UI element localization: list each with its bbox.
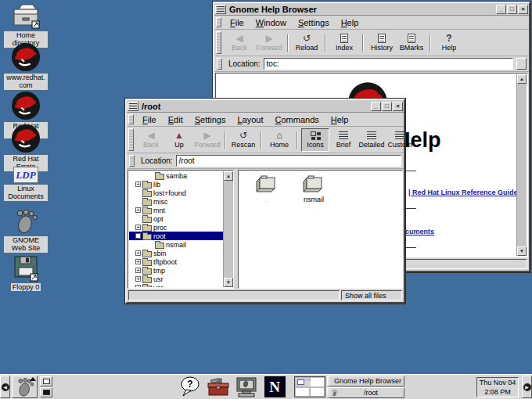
menu-commands[interactable]: Commands [270,114,325,125]
maximize-button[interactable]: □ [382,102,392,111]
mini-terminal-launcher[interactable] [40,387,52,397]
help-vertical-scrollbar[interactable]: ▲ ▼ [516,74,527,256]
netscape-launcher[interactable]: N [263,376,286,398]
custom-view-button[interactable]: Custom [386,128,414,152]
help-button[interactable]: ? Help [434,31,464,55]
desktop-icon-home-directory[interactable]: Home directory [3,3,49,48]
scroll-down-icon[interactable]: ▼ [517,246,527,256]
toolbar-grip[interactable] [216,31,221,54]
toolbar-grip[interactable] [128,128,134,151]
tree-item[interactable]: misc [129,197,223,206]
bmarks-button[interactable]: BMarks [397,31,426,55]
tree-item[interactable]: opt [129,214,223,223]
task-button-help-browser[interactable]: Gnome Help Browser [329,376,404,386]
index-button[interactable]: Index [329,31,359,55]
brief-view-button[interactable]: Brief [329,128,358,152]
location-input[interactable]: toc: [264,58,513,70]
reload-button[interactable]: ↺ Reload [292,31,322,55]
file-item[interactable]: nsmail [292,174,336,203]
menu-window[interactable]: Window [250,17,293,28]
expander-icon[interactable]: + [135,276,141,282]
file-icon-panel[interactable]: .. nsmail [238,170,403,289]
tree-item[interactable]: +usr [129,275,223,283]
close-button[interactable]: × [393,102,403,111]
pager-workspace-2[interactable] [310,377,325,387]
pager-grid[interactable] [294,376,325,397]
up-button[interactable]: ▲ Up [165,128,193,152]
back-button[interactable]: ◀ Back [225,31,254,55]
expander-icon[interactable]: - [135,233,141,239]
expander-icon[interactable]: + [135,225,141,230]
desktop-icon-www-redhat-com[interactable]: www.redhat.com [3,42,49,90]
location-grip[interactable] [217,58,222,70]
configuration-launcher[interactable] [207,376,230,398]
desktop-icon-red-hat-errata[interactable]: Red Hat Errata [3,124,49,171]
menu-file[interactable]: File [137,114,163,125]
panel-hide-right-button[interactable]: ▶ [522,376,532,398]
menu-edit[interactable]: Edit [163,114,189,125]
close-button[interactable]: × [518,5,528,14]
rescan-button[interactable]: ↺ Rescan [229,128,257,152]
location-extra-button[interactable] [516,58,527,70]
desktop-icon-gnome-web-site[interactable]: GNOME Web Site [3,208,49,253]
scroll-down-icon[interactable]: ▼ [224,278,233,287]
scroll-up-icon[interactable]: ▲ [224,171,233,181]
minimize-button[interactable]: _ [496,5,506,14]
panel-hide-left-button[interactable]: ◀ [0,376,10,398]
help-titlebar[interactable]: Gnome Help Browser _ □ × [214,3,529,16]
terminal-launcher[interactable] [235,376,258,398]
file-item[interactable]: .. [245,174,289,203]
menubar-grip[interactable] [128,114,134,124]
expander-icon[interactable]: + [135,182,141,187]
clock-applet[interactable]: Thu Nov 04 2:08 PM [476,377,519,397]
detailed-view-button[interactable]: Detailed [358,128,386,152]
tree-item[interactable]: +tftpboot [129,257,223,266]
menu-file[interactable]: File [225,17,250,28]
pager-workspace-3[interactable] [295,387,310,397]
location-grip[interactable] [129,155,135,167]
icons-view-button[interactable]: Icons [301,128,329,152]
home-button[interactable]: ⌂ Home [265,128,293,152]
tree-item[interactable]: +proc [129,223,223,232]
pager-workspace-4[interactable] [310,387,325,397]
menu-layout[interactable]: Layout [232,114,269,125]
tree-item-selected[interactable]: -root [129,232,223,240]
desktop-icon-linux-documents[interactable]: LDP Linux Documents [3,167,49,201]
tree-item[interactable]: +mnt [129,206,223,214]
tree-item[interactable]: samba [129,171,223,180]
help-launcher[interactable]: ? [178,376,202,398]
menu-help[interactable]: Help [325,114,355,125]
tree-item[interactable]: lost+found [129,189,223,197]
scroll-up-icon[interactable]: ▲ [517,74,527,84]
expander-icon[interactable]: + [135,250,141,256]
tree-item[interactable]: +lib [129,180,223,189]
task-button-root[interactable]: /root [329,387,404,398]
window-menu-icon[interactable] [215,5,226,14]
maximize-button[interactable]: □ [507,5,517,14]
mini-screen-launcher[interactable] [40,376,52,386]
link-reference-guide[interactable]: | Red Hat Linux Reference Guide [408,189,518,196]
menu-settings[interactable]: Settings [293,17,336,28]
expander-icon[interactable]: + [135,285,141,287]
menubar-grip[interactable] [216,17,221,27]
expander-icon[interactable]: + [135,259,141,264]
back-button[interactable]: ◀ Back [137,128,165,152]
menu-help[interactable]: Help [336,17,365,28]
window-menu-icon[interactable] [128,102,138,111]
fm-titlebar[interactable]: /root _ □ × [127,100,404,113]
expander-icon[interactable]: + [135,268,141,273]
tree-item[interactable]: nsmail [129,240,223,249]
tree-vertical-scrollbar[interactable]: ▲ ▼ [223,171,233,287]
menu-settings[interactable]: Settings [189,114,232,125]
forward-button[interactable]: ▶ Forward [254,31,284,55]
desktop-icon-floppy-0[interactable]: Floppy 0 [3,255,49,291]
tree-item[interactable]: +tmp [129,266,223,275]
main-menu-button[interactable] [12,376,38,398]
expander-icon[interactable]: + [135,207,141,213]
history-button[interactable]: History [367,31,397,55]
pager-workspace-1[interactable] [295,377,310,387]
location-input[interactable]: /root [176,155,401,167]
minimize-button[interactable]: _ [371,102,381,111]
tree-item[interactable]: +sbin [129,249,223,257]
forward-button[interactable]: ▶ Forward [193,128,221,152]
